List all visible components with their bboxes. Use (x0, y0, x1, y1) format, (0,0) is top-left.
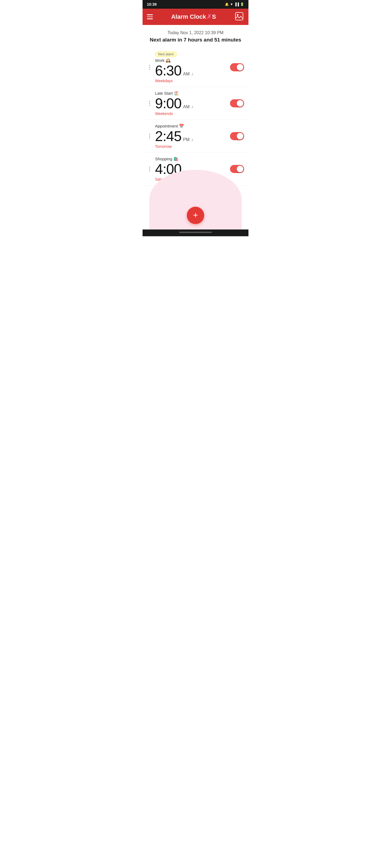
add-alarm-button[interactable]: + (187, 207, 204, 224)
svg-rect-0 (235, 12, 243, 20)
alarm-ampm-2: AM (183, 104, 190, 109)
alarm-item-2[interactable]: Late Start 🏖️ 9:00 AM ♪ Weekends (143, 87, 248, 120)
alarm-toggle-3[interactable] (230, 132, 244, 140)
alarm-ampm-3: PM (183, 137, 190, 142)
bottom-nav (143, 229, 248, 236)
menu-button[interactable] (147, 14, 153, 19)
app-title: Alarm Clock ✗ S (171, 13, 216, 20)
toggle-thumb-4 (237, 166, 243, 172)
app-title-text: Alarm Clock (171, 13, 206, 20)
alarm-more-button-2[interactable] (145, 101, 154, 106)
svg-point-1 (237, 14, 239, 16)
status-time: 10:39 (147, 2, 157, 6)
alarm-more-button-4[interactable] (145, 166, 154, 172)
alarm-info-3: Appointment 📅 2:45 PM ♪ Tomorrow (154, 124, 230, 149)
wifi-icon: ▼ (230, 2, 233, 6)
title-x: ✗ (206, 13, 212, 20)
fab-area: + (143, 198, 248, 229)
alarm-label-4: Shopping 🛍️ (155, 156, 230, 161)
signal-icon: ▐▐ (234, 2, 239, 6)
alarm-repeat-2: Weekends (155, 112, 230, 116)
status-bar: 10:39 🔔 ▼ ▐▐ 🔋 (143, 0, 248, 9)
title-s: S (212, 13, 216, 20)
alarm-sound-icon-2: ♪ (191, 104, 193, 109)
alarm-repeat-1: Weekdays (155, 79, 230, 83)
alarm-item-1[interactable]: Next alarm Work 🕰️ 6:30 AM ♪ Weekdays (143, 48, 248, 87)
alarm-label-2: Late Start 🏖️ (155, 91, 230, 96)
alarm-list: Next alarm Work 🕰️ 6:30 AM ♪ Weekdays La… (143, 45, 248, 188)
hamburger-line-2 (147, 17, 153, 18)
toggle-track-2 (230, 99, 244, 107)
alarm-info-2: Late Start 🏖️ 9:00 AM ♪ Weekends (154, 91, 230, 116)
alarm-toggle-2[interactable] (230, 99, 244, 107)
hamburger-line-1 (147, 14, 153, 15)
bottom-pill (179, 231, 212, 233)
hamburger-line-3 (147, 19, 153, 19)
toggle-thumb-1 (237, 64, 243, 70)
app-bar: Alarm Clock ✗ S (143, 9, 248, 25)
alarm-sound-icon-3: ♪ (191, 137, 193, 142)
toggle-thumb-2 (237, 100, 243, 106)
alarm-ampm-1: AM (183, 72, 190, 76)
toggle-track-3 (230, 132, 244, 140)
alarm-more-button-1[interactable] (145, 65, 154, 70)
alarm-more-button-3[interactable] (145, 134, 154, 138)
alarm-time-1: 6:30 (155, 63, 181, 78)
alarm-sound-icon-1: ♪ (191, 72, 193, 76)
toggle-track-1 (230, 63, 244, 71)
alarm-time-row-3: 2:45 PM ♪ (155, 129, 230, 143)
alarm-repeat-3: Tomorrow (155, 144, 230, 149)
toggle-track-4 (230, 165, 244, 173)
alarm-label-1: Work 🕰️ (155, 58, 230, 63)
alarm-time-row-2: 9:00 AM ♪ (155, 96, 230, 111)
current-date: Today Nov 1, 2022 10:39 PM (147, 30, 244, 35)
battery-icon: 🔋 (240, 2, 244, 6)
date-section: Today Nov 1, 2022 10:39 PM Next alarm in… (143, 25, 248, 45)
alarm-toggle-4[interactable] (230, 165, 244, 173)
alarm-toggle-1[interactable] (230, 63, 244, 71)
next-alarm-badge: Next alarm (155, 52, 177, 57)
alarm-time-row-1: 6:30 AM ♪ (155, 63, 230, 78)
alarm-status-icon: 🔔 (225, 2, 229, 6)
status-icons: 🔔 ▼ ▐▐ 🔋 (225, 2, 244, 6)
toggle-thumb-3 (237, 133, 243, 140)
alarm-label-3: Appointment 📅 (155, 124, 230, 129)
next-alarm-countdown: Next alarm in 7 hours and 51 minutes (147, 37, 244, 43)
alarm-time-3: 2:45 (155, 129, 181, 143)
alarm-item-3[interactable]: Appointment 📅 2:45 PM ♪ Tomorrow (143, 120, 248, 153)
gallery-button[interactable] (234, 11, 244, 22)
alarm-info-1: Next alarm Work 🕰️ 6:30 AM ♪ Weekdays (154, 52, 230, 83)
add-icon: + (193, 211, 198, 219)
alarm-time-2: 9:00 (155, 96, 181, 111)
